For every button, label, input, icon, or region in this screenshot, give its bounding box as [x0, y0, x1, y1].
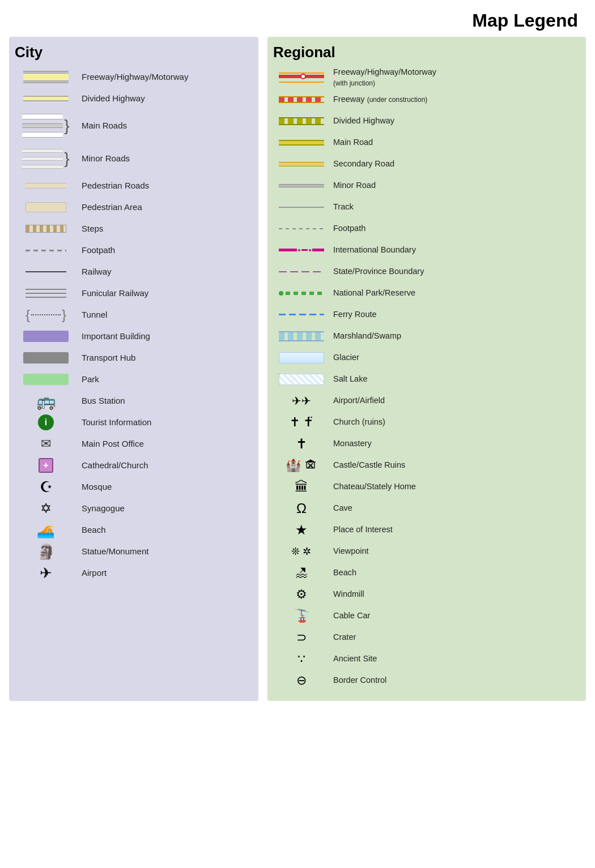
chateau-icon: 🏛 [295, 479, 308, 495]
list-item: Divided Highway [15, 88, 253, 109]
reg-minor-label: Minor Road [330, 180, 376, 191]
city-post-office-label: Main Post Office [77, 438, 144, 450]
city-column: City Freeway/Highway/Motorway Divided Hi… [9, 37, 258, 701]
list-item: Footpath [273, 219, 580, 239]
reg-secondary-label: Secondary Road [330, 159, 394, 169]
reg-salt-symbol [273, 374, 330, 385]
reg-beach-icon: 🏖 [295, 566, 308, 580]
list-item: National Park/Reserve [273, 283, 580, 303]
airport-city-icon: ✈ [40, 565, 52, 582]
church-icon: ✝ ✝̈ [290, 415, 313, 430]
reg-monastery-label: Monastery [330, 438, 372, 449]
city-ped-roads-symbol [15, 183, 77, 189]
border-icon: ⊖ [296, 673, 307, 688]
city-ped-area-label: Pedestrian Area [77, 202, 142, 213]
reg-footpath-symbol [273, 228, 330, 229]
city-statue-symbol: 🗿 [15, 543, 77, 561]
list-item: i Tourist Information [15, 412, 253, 433]
reg-divided-label: Divided Highway [330, 116, 394, 126]
city-mosque-symbol: ☪ [15, 478, 77, 496]
reg-border-symbol: ⊖ [273, 673, 330, 688]
castle-icon: 🏰 🏚 [286, 458, 317, 473]
reg-castle-label: Castle/Castle Ruins [330, 460, 405, 471]
city-tourist-info-symbol: i [15, 414, 77, 430]
list-item: Freeway/Highway/Motorway [15, 67, 253, 87]
reg-glacier-symbol [273, 352, 330, 364]
reg-marsh-symbol [273, 331, 330, 341]
list-item: Pedestrian Area [15, 197, 253, 217]
list-item: Secondary Road [273, 154, 580, 174]
reg-church-symbol: ✝ ✝̈ [273, 415, 330, 430]
star-icon: ★ [295, 522, 308, 538]
reg-beach-label: Beach [330, 567, 356, 578]
list-item: Funicular Railway [15, 283, 253, 303]
reg-marsh-label: Marshland/Swamp [330, 331, 401, 341]
list-item: Footpath [15, 240, 253, 260]
list-item: Transport Hub [15, 348, 253, 368]
list-item: ✈ Airport [15, 563, 253, 583]
statue-icon: 🗿 [37, 543, 55, 561]
city-funicular-label: Funicular Railway [77, 288, 148, 299]
page-title: Map Legend [0, 0, 595, 37]
reg-intl-boundary-symbol [273, 249, 330, 251]
list-item: Glacier [273, 348, 580, 368]
reg-chateau-symbol: 🏛 [273, 479, 330, 495]
city-main-roads-label: Main Roads [77, 120, 127, 131]
city-beach-symbol: 🏊 [15, 521, 77, 539]
reg-cablecar-symbol: 🚡 [273, 609, 330, 623]
list-item: 🏰 🏚 Castle/Castle Ruins [273, 455, 580, 476]
list-item: Main Road [273, 132, 580, 153]
ancient-icon: ∵ [298, 652, 305, 666]
reg-cave-label: Cave [330, 503, 352, 514]
city-tunnel-symbol: { } [15, 308, 77, 322]
reg-windmill-label: Windmill [330, 589, 364, 600]
reg-minor-symbol [273, 184, 330, 187]
list-item: } Minor Roads [15, 143, 253, 174]
list-item: Minor Road [273, 176, 580, 196]
city-footpath-symbol [15, 250, 77, 251]
reg-freeway-construction-label: Freeway (under construction) [330, 94, 427, 105]
reg-airport-symbol: ✈✈ [273, 394, 330, 408]
city-park-symbol [15, 374, 77, 385]
city-mosque-label: Mosque [77, 481, 112, 493]
list-item: ✈✈ Airport/Airfield [273, 391, 580, 411]
viewpoint-icon: ❊ ✲ [291, 545, 311, 558]
reg-divided-symbol [273, 117, 330, 125]
crescent-icon: ☪ [40, 478, 53, 496]
reg-main-road-label: Main Road [330, 137, 373, 148]
reg-monastery-symbol: ✝ [273, 436, 330, 452]
reg-chateau-label: Chateau/Stately Home [330, 481, 416, 492]
crater-icon: ⊃ [296, 630, 307, 645]
city-bus-station-label: Bus Station [77, 395, 125, 407]
reg-ancient-label: Ancient Site [330, 653, 377, 664]
list-item: 🚡 Cable Car [273, 606, 580, 626]
city-railway-label: Railway [77, 266, 112, 277]
reg-ferry-label: Ferry Route [330, 309, 377, 320]
city-ped-area-symbol [15, 202, 77, 212]
list-item: ✝ ✝̈ Church (ruins) [273, 412, 580, 433]
list-item: 🏖 Beach [273, 563, 580, 583]
reg-secondary-symbol [273, 162, 330, 166]
reg-cave-symbol: Ω [273, 501, 330, 516]
reg-viewpoint-label: Viewpoint [330, 546, 369, 557]
city-divided-label: Divided Highway [77, 93, 145, 104]
reg-church-label: Church (ruins) [330, 417, 385, 427]
reg-castle-symbol: 🏰 🏚 [273, 458, 330, 473]
list-item: Railway [15, 262, 253, 282]
reg-windmill-symbol: ⚙ [273, 587, 330, 602]
windmill-icon: ⚙ [296, 587, 307, 602]
airplane-icon: ✈✈ [292, 394, 311, 408]
city-transport-hub-label: Transport Hub [77, 352, 135, 364]
city-railway-symbol [15, 268, 77, 276]
list-item: Steps [15, 219, 253, 239]
list-item: Divided Highway [273, 111, 580, 131]
city-cathedral-label: Cathedral/Church [77, 460, 148, 471]
reg-state-boundary-symbol [273, 271, 330, 272]
list-item: ∵ Ancient Site [273, 649, 580, 669]
monastery-icon: ✝ [296, 436, 307, 452]
city-synagogue-symbol: ✡ [15, 501, 77, 516]
list-item: 🏛 Chateau/Stately Home [273, 477, 580, 497]
list-item: ★ Place of Interest [273, 520, 580, 540]
regional-column: Regional Freeway/Highway/Motorway(with j… [267, 37, 586, 701]
reg-track-symbol [273, 207, 330, 208]
